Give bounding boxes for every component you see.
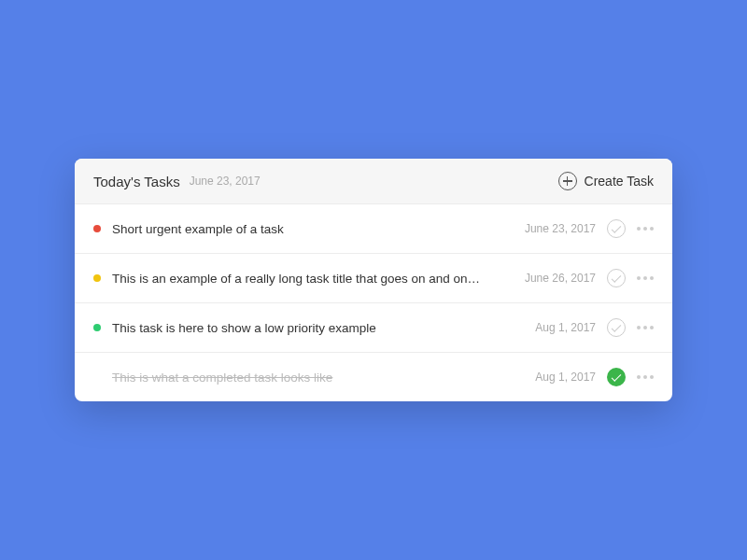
task-row[interactable]: This is an example of a really long task… (75, 254, 672, 303)
check-icon (612, 371, 622, 382)
task-date: June 23, 2017 (525, 222, 596, 235)
tasks-card: Today's Tasks June 23, 2017 Create Task … (75, 159, 672, 401)
check-icon (612, 223, 622, 233)
more-button[interactable] (637, 273, 654, 284)
task-row[interactable]: Short urgent example of a task June 23, … (75, 204, 672, 254)
check-icon (612, 322, 622, 332)
priority-dot-low (93, 324, 101, 331)
plus-icon (558, 172, 577, 190)
complete-toggle[interactable] (607, 269, 626, 287)
task-row[interactable]: This is what a completed task looks like… (75, 353, 672, 401)
complete-toggle[interactable] (607, 219, 626, 238)
task-row[interactable]: This task is here to show a low priority… (75, 303, 672, 353)
create-task-button[interactable]: Create Task (558, 172, 654, 190)
check-icon (612, 273, 622, 283)
task-date: June 26, 2017 (525, 272, 596, 285)
task-title: This is what a completed task looks like (112, 371, 524, 385)
header-date: June 23, 2017 (190, 175, 558, 188)
more-button[interactable] (637, 322, 654, 333)
complete-toggle[interactable] (607, 318, 626, 337)
task-date: Aug 1, 2017 (535, 371, 596, 384)
task-title: This is an example of a really long task… (112, 272, 514, 286)
task-title: Short urgent example of a task (112, 222, 514, 236)
create-task-label: Create Task (585, 174, 654, 189)
card-header: Today's Tasks June 23, 2017 Create Task (75, 159, 672, 204)
task-title: This task is here to show a low priority… (112, 321, 524, 335)
more-button[interactable] (637, 223, 654, 234)
priority-dot-medium (93, 274, 101, 282)
more-button[interactable] (637, 371, 654, 383)
card-title: Today's Tasks (93, 174, 180, 189)
task-date: Aug 1, 2017 (535, 321, 596, 334)
complete-toggle[interactable] (607, 368, 626, 386)
priority-dot-high (93, 225, 101, 232)
